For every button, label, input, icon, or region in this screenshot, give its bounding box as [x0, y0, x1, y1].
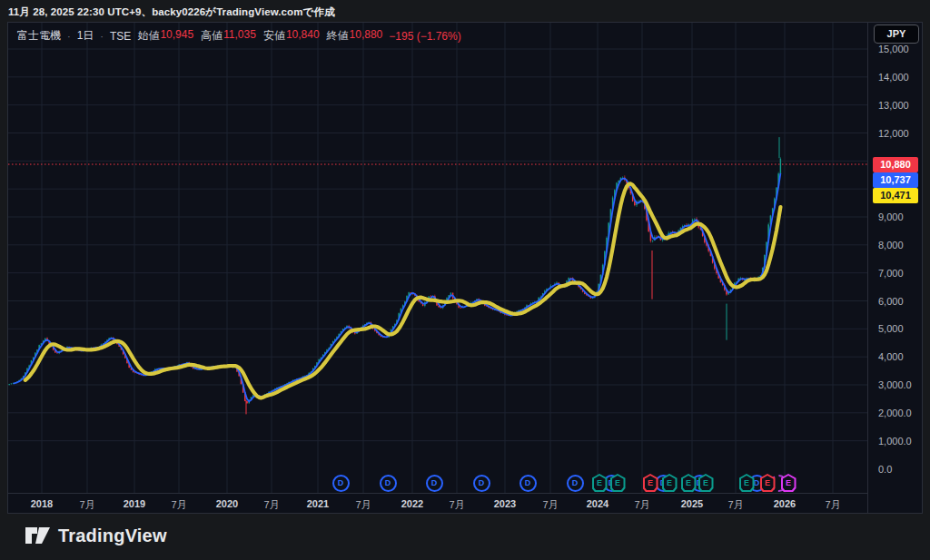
tradingview-snapshot: 11月 28, 2025 22:30 UTC+9、backy0226がTradi…: [0, 0, 930, 560]
price-tick-label: 9,000: [878, 211, 904, 222]
brand-text: TradingView: [58, 526, 167, 546]
price-tick-label: 13,000: [878, 100, 909, 111]
ohlc-field: 終値10,880: [327, 28, 383, 44]
earnings-marker[interactable]: E: [643, 474, 658, 492]
legend-separator: ·: [67, 31, 71, 42]
event-marker-row: DDDDDDDDDDEEEEEEEEE: [8, 23, 867, 514]
legend-separator: ·: [100, 31, 104, 42]
price-tag-10471: 10,471: [873, 188, 918, 203]
price-tick-label: 8,000: [878, 240, 904, 251]
tradingview-logo-icon: [25, 525, 50, 546]
price-tag-10880: 10,880: [873, 157, 918, 172]
price-axis[interactable]: JPY 15,00014,00013,00012,00011,0009,0008…: [867, 23, 922, 514]
price-tick-label: 7,000: [878, 268, 904, 279]
tradingview-logo[interactable]: TradingView: [25, 525, 167, 546]
interval-label[interactable]: 1日: [77, 28, 94, 44]
dividend-marker[interactable]: D: [473, 475, 490, 492]
footer-bar: TradingView: [0, 515, 930, 560]
price-tick-label: 0.0: [878, 464, 892, 475]
ohlc-values: 始値10,945高値11,035安値10,840終値10,880: [137, 28, 382, 44]
chart-widget: 富士電機 · 1日 · TSE 始値10,945高値11,035安値10,840…: [7, 22, 923, 514]
price-tick-label: 6,000: [878, 296, 904, 307]
price-tick-label: 3,000.0: [878, 379, 912, 390]
price-tick-label: 1,000.0: [878, 436, 912, 447]
price-tick-label: 15,000: [878, 44, 909, 54]
price-tick-label: 2,000.0: [878, 408, 912, 418]
price-tag-10737: 10,737: [873, 172, 918, 188]
price-tick-label: 12,000: [878, 128, 909, 139]
dividend-marker[interactable]: D: [426, 475, 443, 492]
dividend-marker[interactable]: D: [519, 475, 537, 492]
dividend-marker[interactable]: D: [380, 475, 397, 492]
ohlc-field: 高値11,035: [201, 28, 256, 44]
exchange-label[interactable]: TSE: [110, 30, 131, 43]
price-tick-label: 5,000: [878, 323, 904, 334]
ohlc-field: 始値10,945: [137, 28, 193, 44]
ohlc-field: 安値10,840: [263, 28, 320, 44]
dividend-marker[interactable]: D: [567, 475, 584, 492]
currency-toggle-button[interactable]: JPY: [874, 25, 919, 44]
chart-legend: 富士電機 · 1日 · TSE 始値10,945高値11,035安値10,840…: [17, 28, 461, 44]
price-tick-label: 14,000: [878, 72, 909, 83]
dividend-marker[interactable]: D: [332, 475, 350, 492]
price-tick-label: 4,000: [878, 351, 904, 362]
attribution-text: 11月 28, 2025 22:30 UTC+9、backy0226がTradi…: [8, 5, 335, 19]
change-value: −195 (−1.76%): [389, 30, 460, 43]
symbol-title[interactable]: 富士電機: [17, 28, 61, 44]
